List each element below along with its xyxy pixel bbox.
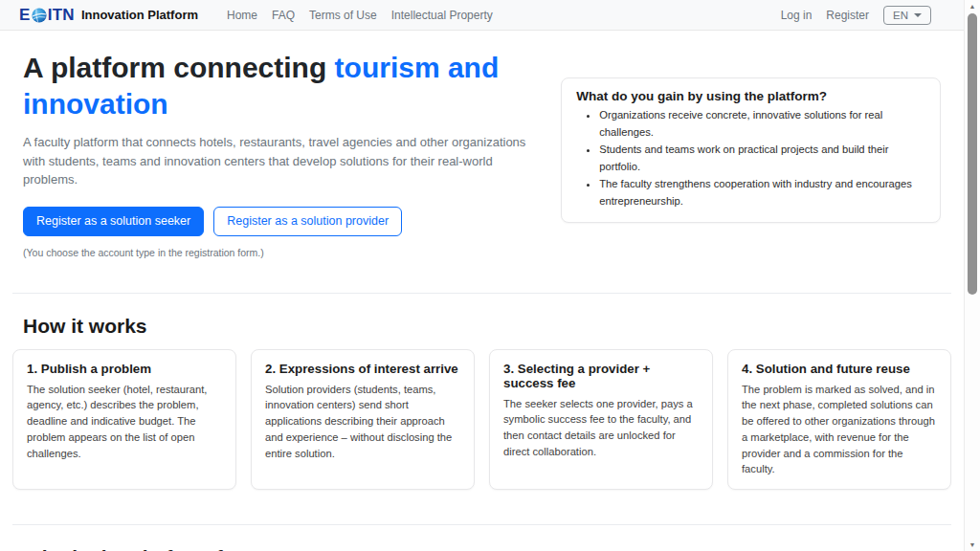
step-title: 3. Selecting a provider + success fee bbox=[503, 362, 699, 390]
benefits-list: Organizations receive concrete, innovati… bbox=[576, 107, 925, 210]
hero-section: A platform connecting tourism and innova… bbox=[23, 40, 941, 258]
globe-icon bbox=[32, 8, 47, 23]
register-link[interactable]: Register bbox=[826, 9, 869, 22]
benefit-item: Students and teams work on practical pro… bbox=[599, 142, 925, 176]
register-provider-button[interactable]: Register as a solution provider bbox=[213, 207, 402, 236]
login-link[interactable]: Log in bbox=[781, 9, 813, 22]
scrollbar-thumb[interactable] bbox=[968, 13, 977, 295]
step-card-3: 3. Selecting a provider + success fee Th… bbox=[489, 349, 713, 491]
audience-section: Who is the platform for? For solution se… bbox=[23, 546, 941, 551]
language-label: EN bbox=[893, 10, 908, 21]
nav-link-intellectual-property[interactable]: Intellectual Property bbox=[391, 9, 493, 22]
step-text: The solution seeker (hotel, restaurant, … bbox=[27, 382, 222, 462]
step-card-1: 1. Publish a problem The solution seeker… bbox=[12, 349, 236, 491]
language-dropdown[interactable]: EN bbox=[883, 6, 931, 25]
step-text: The problem is marked as solved, and in … bbox=[742, 382, 937, 478]
nav-link-home[interactable]: Home bbox=[227, 9, 257, 22]
register-seeker-button[interactable]: Register as a solution seeker bbox=[23, 207, 204, 236]
brand-product-name: Innovation Platform bbox=[81, 8, 198, 22]
page-title-prefix: A platform connecting bbox=[23, 52, 335, 83]
nav-link-faq[interactable]: FAQ bbox=[272, 9, 295, 22]
hero-right-column: What do you gain by using the platform? … bbox=[561, 77, 941, 223]
chevron-down-icon bbox=[914, 13, 922, 17]
section-divider bbox=[12, 524, 951, 525]
page-content: A platform connecting tourism and innova… bbox=[0, 31, 964, 551]
hero-buttons: Register as a solution seeker Register a… bbox=[23, 207, 532, 236]
benefits-title: What do you gain by using the platform? bbox=[576, 89, 925, 103]
step-card-4: 4. Solution and future reuse The problem… bbox=[727, 349, 951, 491]
nav-link-terms[interactable]: Terms of Use bbox=[309, 9, 377, 22]
scrollbar-down-icon[interactable]: ▼ bbox=[965, 541, 980, 548]
audience-title: Who is the platform for? bbox=[23, 546, 941, 551]
step-text: The seeker selects one provider, pays a … bbox=[503, 396, 699, 460]
step-text: Solution providers (students, teams, inn… bbox=[265, 382, 460, 462]
brand-logo-prefix: E bbox=[19, 7, 31, 23]
nav-actions: Log in Register EN bbox=[781, 6, 931, 25]
how-it-works-title: How it works bbox=[23, 315, 941, 338]
benefit-item: The faculty strengthens cooperation with… bbox=[599, 176, 925, 210]
vertical-scrollbar[interactable]: ▲ ▼ bbox=[964, 0, 980, 551]
step-title: 4. Solution and future reuse bbox=[742, 362, 937, 376]
scrollbar-up-icon[interactable]: ▲ bbox=[965, 3, 980, 10]
page-title: A platform connecting tourism and innova… bbox=[23, 50, 532, 121]
step-title: 1. Publish a problem bbox=[27, 362, 222, 376]
section-divider bbox=[12, 293, 951, 294]
step-card-2: 2. Expressions of interest arrive Soluti… bbox=[251, 349, 475, 491]
brand-logo-suffix: ITN bbox=[48, 7, 75, 23]
hero-note: (You choose the account type in the regi… bbox=[23, 247, 532, 258]
hero-left-column: A platform connecting tourism and innova… bbox=[23, 42, 532, 258]
hero-subtitle: A faculty platform that connects hotels,… bbox=[23, 133, 532, 189]
step-title: 2. Expressions of interest arrive bbox=[265, 362, 460, 376]
how-it-works-section: How it works 1. Publish a problem The so… bbox=[23, 315, 941, 491]
brand-logo-text: E ITN bbox=[19, 7, 75, 23]
top-navbar: E ITN Innovation bbox=[0, 0, 964, 31]
main-nav: Home FAQ Terms of Use Intellectual Prope… bbox=[227, 9, 493, 22]
benefits-card: What do you gain by using the platform? … bbox=[561, 77, 941, 223]
benefit-item: Organizations receive concrete, innovati… bbox=[599, 107, 925, 142]
brand-logo[interactable]: E ITN Innovation bbox=[19, 7, 198, 23]
steps-row: 1. Publish a problem The solution seeker… bbox=[12, 349, 951, 491]
